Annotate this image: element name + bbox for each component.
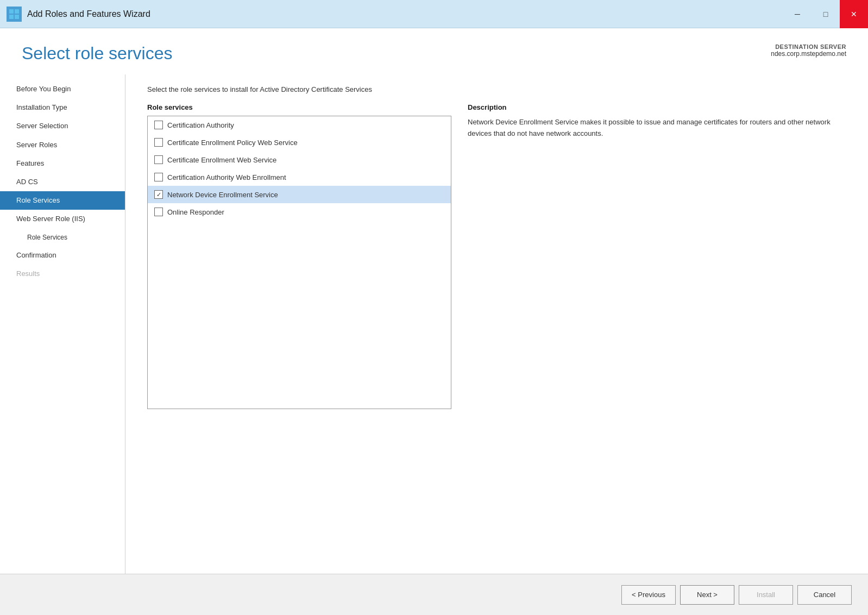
service-item-online-responder[interactable]: Online Responder [148, 203, 451, 221]
svg-rect-2 [9, 15, 14, 19]
nav-item-ad-cs[interactable]: AD CS [0, 173, 125, 191]
app-icon [7, 7, 22, 22]
nav-item-server-selection[interactable]: Server Selection [0, 117, 125, 135]
svg-rect-0 [9, 9, 14, 14]
service-label-online-responder: Online Responder [167, 208, 224, 216]
service-label-cert-enrollment-policy: Certificate Enrollment Policy Web Servic… [167, 139, 298, 147]
cancel-button[interactable]: Cancel [797, 585, 852, 605]
service-item-cert-enrollment-web[interactable]: Certificate Enrollment Web Service [148, 151, 451, 168]
nav-item-web-server-role[interactable]: Web Server Role (IIS) [0, 210, 125, 228]
nav-item-server-roles[interactable]: Server Roles [0, 136, 125, 154]
service-label-cert-enrollment-web: Certificate Enrollment Web Service [167, 156, 276, 164]
nav-item-installation-type[interactable]: Installation Type [0, 98, 125, 117]
nav-item-role-services[interactable]: Role Services [0, 191, 125, 210]
checkbox-online-responder[interactable] [154, 208, 163, 216]
checkbox-cert-enrollment-web[interactable] [154, 155, 163, 164]
service-label-network-device-enrollment: Network Device Enrollment Service [167, 191, 278, 199]
wizard-container: Select role services DESTINATION SERVER … [0, 28, 868, 615]
window-controls: ─ □ ✕ [783, 0, 868, 28]
nav-item-role-services-sub[interactable]: Role Services [0, 229, 125, 247]
wizard-footer: < Previous Next > Install Cancel [0, 574, 868, 615]
destination-label: DESTINATION SERVER [771, 43, 846, 50]
services-list: Certification Authority Certificate Enro… [147, 116, 451, 409]
role-services-layout: Role services Certification Authority Ce… [147, 103, 846, 409]
wizard-header: Select role services DESTINATION SERVER … [0, 28, 868, 74]
nav-item-features[interactable]: Features [0, 154, 125, 173]
svg-rect-1 [15, 9, 19, 14]
checkbox-cert-authority-web[interactable] [154, 173, 163, 181]
title-bar-left: Add Roles and Features Wizard [7, 7, 150, 22]
role-services-header: Role services [147, 103, 451, 111]
previous-button[interactable]: < Previous [621, 585, 676, 605]
destination-value: ndes.corp.mstepdemo.net [771, 50, 846, 58]
service-item-cert-enrollment-policy[interactable]: Certificate Enrollment Policy Web Servic… [148, 134, 451, 151]
install-button: Install [739, 585, 793, 605]
service-item-cert-authority-web[interactable]: Certification Authority Web Enrollment [148, 168, 451, 186]
nav-item-before-you-begin[interactable]: Before You Begin [0, 80, 125, 98]
checkbox-network-device-enrollment[interactable]: ✓ [154, 190, 163, 199]
description-text: Network Device Enrollment Service makes … [468, 117, 846, 140]
wizard-content: Select the role services to install for … [125, 74, 868, 574]
service-item-cert-authority[interactable]: Certification Authority [148, 116, 451, 134]
close-button[interactable]: ✕ [840, 0, 868, 28]
title-bar: Add Roles and Features Wizard ─ □ ✕ [0, 0, 868, 28]
nav-item-results: Results [0, 265, 125, 283]
window-title: Add Roles and Features Wizard [27, 9, 150, 19]
svg-rect-3 [15, 15, 19, 19]
content-description: Select the role services to install for … [147, 85, 846, 93]
nav-item-confirmation[interactable]: Confirmation [0, 246, 125, 265]
description-header: Description [468, 103, 846, 111]
wizard-nav: Before You Begin Installation Type Serve… [0, 74, 125, 574]
wizard-body: Before You Begin Installation Type Serve… [0, 74, 868, 574]
service-label-cert-authority: Certification Authority [167, 121, 234, 129]
destination-server-info: DESTINATION SERVER ndes.corp.mstepdemo.n… [771, 43, 846, 58]
description-panel: Description Network Device Enrollment Se… [468, 103, 846, 409]
page-title: Select role services [22, 43, 172, 64]
role-services-panel: Role services Certification Authority Ce… [147, 103, 451, 409]
service-label-cert-authority-web: Certification Authority Web Enrollment [167, 173, 286, 181]
minimize-button[interactable]: ─ [783, 0, 812, 28]
service-item-network-device-enrollment[interactable]: ✓ Network Device Enrollment Service [148, 186, 451, 203]
checkbox-cert-enrollment-policy[interactable] [154, 138, 163, 147]
maximize-button[interactable]: □ [812, 0, 840, 28]
checkbox-cert-authority[interactable] [154, 121, 163, 129]
next-button[interactable]: Next > [680, 585, 734, 605]
